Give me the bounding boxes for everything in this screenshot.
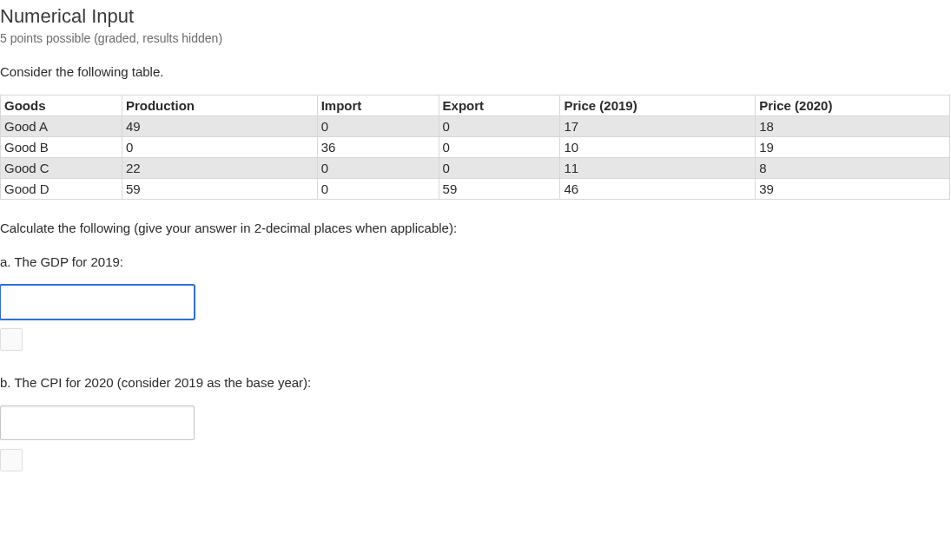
cell-production: 0 bbox=[122, 137, 317, 158]
cell-goods: Good D bbox=[1, 179, 122, 200]
cell-goods: Good C bbox=[1, 158, 122, 179]
th-price-2019: Price (2019) bbox=[560, 96, 756, 116]
cell-import: 0 bbox=[317, 116, 439, 137]
table-row: Good A 49 0 0 17 18 bbox=[1, 116, 950, 137]
cell-export: 59 bbox=[439, 179, 560, 200]
status-box-b[interactable] bbox=[0, 449, 23, 471]
points-possible: 5 points possible (graded, results hidde… bbox=[0, 31, 951, 45]
th-export: Export bbox=[439, 96, 560, 116]
cell-goods: Good A bbox=[1, 116, 122, 137]
th-price-2020: Price (2020) bbox=[756, 96, 950, 116]
table-row: Good D 59 0 59 46 39 bbox=[1, 179, 950, 200]
cell-export: 0 bbox=[439, 116, 560, 137]
cell-price-2019: 17 bbox=[560, 116, 756, 137]
cell-export: 0 bbox=[439, 158, 560, 179]
cell-import: 0 bbox=[317, 158, 439, 179]
cell-goods: Good B bbox=[1, 137, 122, 158]
th-import: Import bbox=[317, 96, 439, 116]
cell-price-2019: 10 bbox=[560, 137, 756, 158]
instruction-text: Calculate the following (give your answe… bbox=[0, 221, 951, 235]
cell-price-2019: 46 bbox=[560, 179, 756, 200]
intro-text: Consider the following table. bbox=[0, 64, 951, 79]
cell-import: 0 bbox=[317, 179, 439, 200]
page-title: Numerical Input bbox=[0, 5, 951, 28]
answer-input-a[interactable] bbox=[0, 285, 195, 320]
table-row: Good B 0 36 0 10 19 bbox=[1, 137, 950, 158]
cell-price-2019: 11 bbox=[560, 158, 756, 179]
table-row: Good C 22 0 0 11 8 bbox=[1, 158, 950, 179]
question-b-prompt: b. The CPI for 2020 (consider 2019 as th… bbox=[0, 375, 951, 390]
cell-export: 0 bbox=[439, 137, 560, 158]
cell-production: 59 bbox=[122, 179, 317, 200]
answer-input-b[interactable] bbox=[0, 405, 195, 440]
cell-price-2020: 18 bbox=[756, 116, 950, 137]
question-a-prompt: a. The GDP for 2019: bbox=[0, 254, 951, 269]
cell-production: 49 bbox=[122, 116, 317, 137]
cell-production: 22 bbox=[122, 158, 317, 179]
cell-price-2020: 19 bbox=[756, 137, 950, 158]
cell-price-2020: 8 bbox=[756, 158, 950, 179]
table-header-row: Goods Production Import Export Price (20… bbox=[1, 96, 950, 116]
status-box-a[interactable] bbox=[0, 328, 23, 351]
cell-import: 36 bbox=[317, 137, 439, 158]
data-table: Goods Production Import Export Price (20… bbox=[0, 95, 950, 200]
cell-price-2020: 39 bbox=[756, 179, 950, 200]
th-production: Production bbox=[122, 96, 317, 116]
th-goods: Goods bbox=[1, 96, 122, 116]
